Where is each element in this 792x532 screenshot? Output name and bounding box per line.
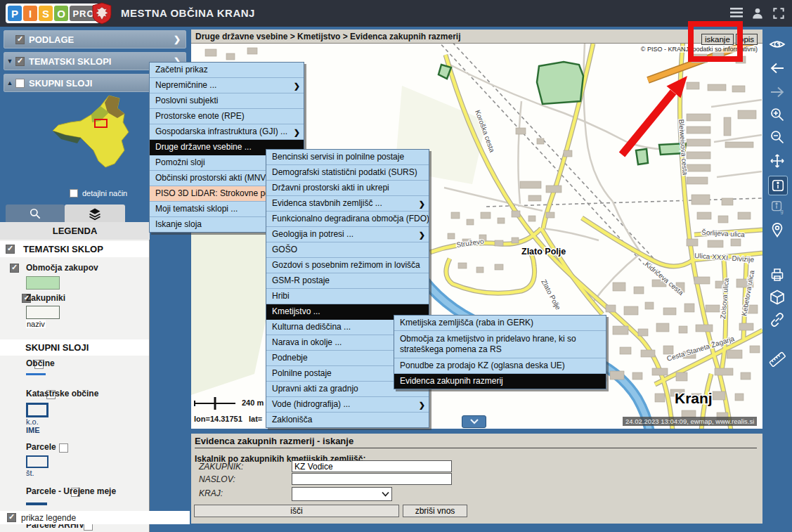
- menu-item[interactable]: Funkcionalno degradirana območja (FDO): [266, 212, 429, 227]
- layer-label: Parcele: [26, 442, 56, 452]
- map-copyright: © PISO - KRANJ (podatki so informativni): [640, 46, 759, 53]
- menu-item[interactable]: Gozdovi s posebnim režimom in lovišča: [266, 258, 429, 273]
- menu-item[interactable]: Vode (hidrografija) ...❯: [266, 397, 429, 413]
- measure-ruler-icon[interactable]: [768, 350, 786, 368]
- navy-line-swatch: [26, 502, 47, 505]
- detail-mode-checkbox[interactable]: [70, 189, 78, 197]
- fullscreen-icon[interactable]: [772, 6, 786, 23]
- menu-item[interactable]: Bencinski servisi in polnilne postaje: [266, 150, 429, 165]
- show-legend-row: prikaz legende: [0, 511, 190, 524]
- zakupnik-label: ZAKUPNIK:: [199, 462, 243, 472]
- view-3d-cube-icon[interactable]: [768, 288, 786, 306]
- submenu-arrow-icon: ❯: [294, 80, 300, 92]
- layer-label: Zakupniki: [26, 293, 65, 303]
- zoom-out-icon[interactable]: [768, 128, 786, 146]
- kraj-label: KRAJ:: [199, 488, 223, 498]
- submenu-arrow-icon: ❯: [419, 399, 425, 411]
- forward-arrow-icon[interactable]: [768, 83, 786, 101]
- menu-item-evidenca-active[interactable]: Evidenca zakupnih razmerij: [394, 374, 606, 389]
- green-area-swatch: [26, 276, 60, 290]
- menu-item[interactable]: GSM-R postaje: [266, 273, 429, 289]
- navy-rect-swatch: [26, 455, 48, 468]
- logo-letter: P: [8, 6, 22, 21]
- iskanje-button[interactable]: iskanje: [701, 34, 734, 45]
- obmocja-zakupov-checkbox[interactable]: [10, 264, 19, 273]
- collapse-triangle-icon: ▼: [4, 58, 15, 65]
- scale-label: 240 m: [242, 398, 264, 407]
- zakupnik-input[interactable]: [292, 460, 452, 472]
- skupni-checkbox[interactable]: [15, 79, 25, 88]
- tematski-sklop-checkbox[interactable]: [6, 245, 15, 254]
- swatch-sublabel: naziv: [26, 320, 46, 328]
- sidebar-section-podlage[interactable]: PODLAGE ❯: [4, 30, 186, 48]
- outline-area-swatch: [26, 306, 60, 319]
- expand-arrow-icon: ❯: [174, 34, 181, 44]
- eye-overview-icon[interactable]: [768, 35, 786, 53]
- menu-hamburger-icon[interactable]: [729, 6, 744, 22]
- menu-item[interactable]: Nepremičnine ...❯: [150, 78, 304, 93]
- podlage-checkbox[interactable]: [15, 35, 25, 44]
- layers-icon: [88, 207, 102, 221]
- legend-group-label: SKUPNI SLOJI: [25, 342, 89, 353]
- swatch-sublabel: k.o.: [26, 417, 39, 426]
- tematski-checkbox[interactable]: [15, 57, 25, 66]
- menu-item[interactable]: Ponudbe za prodajo KZ (oglasna deska UE): [394, 358, 606, 374]
- submenu-arrow-icon: ❯: [419, 198, 425, 210]
- menu-item[interactable]: Območja za kmetijstvo in pridelavo hrane…: [394, 331, 606, 358]
- collapse-triangle-icon: ▲: [4, 79, 15, 86]
- naslov-input[interactable]: [292, 473, 452, 485]
- layer-label: Občine: [26, 358, 55, 368]
- menu-item[interactable]: Gospodarska infrastruktura (GJI) ...❯: [150, 124, 304, 140]
- menu-item[interactable]: Kmetijska zemljišča (raba in GERK): [394, 316, 606, 331]
- overview-map[interactable]: [39, 93, 148, 174]
- legend-panel: TEMATSKI SKLOP Območja zakupov Zakupniki…: [0, 240, 150, 532]
- tab-layers-active[interactable]: [65, 205, 125, 222]
- info-tool-icon[interactable]: [768, 176, 788, 195]
- parcele-checkbox[interactable]: [59, 443, 68, 453]
- piso-logo[interactable]: P I S O PRO: [6, 4, 100, 23]
- menu-item[interactable]: Evidenca stavbnih zemljišč ...❯: [266, 196, 429, 212]
- layer-label: Parcele - Urejene meje: [26, 486, 116, 496]
- menu-item[interactable]: Začetni prikaz: [150, 63, 304, 78]
- top-bar: P I S O PRO MESTNA OBČINA KRANJ: [0, 0, 792, 27]
- show-legend-label: prikaz legende: [21, 513, 76, 523]
- map-datetime-bar: 24.02.2023 13:04:09, ewmap, www.realis.s…: [623, 417, 757, 426]
- print-icon[interactable]: [768, 266, 786, 284]
- menu-item[interactable]: Geologija in potresi ...❯: [266, 227, 429, 242]
- menu-item[interactable]: Prostorske enote (RPE): [150, 109, 304, 124]
- menu-item[interactable]: Zaklonišča: [266, 413, 429, 427]
- menu-item[interactable]: Poslovni subjekti: [150, 93, 304, 109]
- locate-pin-icon[interactable]: [768, 221, 786, 239]
- submenu-arrow-icon: ❯: [419, 229, 425, 241]
- blue-line-swatch: [26, 373, 46, 375]
- navy-rect-swatch: [26, 403, 48, 417]
- back-arrow-icon[interactable]: [768, 59, 786, 77]
- search-button[interactable]: išči: [194, 505, 399, 517]
- logo-letter: S: [39, 6, 53, 21]
- tab-search[interactable]: [6, 205, 65, 222]
- detail-mode-row: detajlni način: [70, 189, 127, 197]
- menu-item[interactable]: Demografski statistični podatki (SURS): [266, 165, 429, 181]
- pan-icon[interactable]: [768, 152, 786, 170]
- search-icon: [28, 207, 42, 221]
- info-secondary-icon[interactable]: g: [768, 198, 786, 216]
- map-tools-toolbar: g: [762, 27, 792, 532]
- legend-group-skupni: SKUPNI SLOJI: [0, 339, 150, 356]
- menu-item[interactable]: Državni prostorski akti in ukrepi: [266, 181, 429, 196]
- svg-text:g: g: [781, 208, 784, 214]
- zoom-in-icon[interactable]: [768, 105, 786, 124]
- detail-mode-label: detajlni način: [82, 189, 127, 197]
- clear-button[interactable]: zbriši vnos: [403, 505, 467, 517]
- show-legend-checkbox[interactable]: [7, 513, 16, 522]
- legend-group-label: TEMATSKI SKLOP: [23, 244, 103, 254]
- menu-item[interactable]: GOŠO: [266, 242, 429, 258]
- user-account-icon[interactable]: [751, 6, 765, 23]
- menu-item[interactable]: Hribi: [266, 289, 429, 304]
- opis-button[interactable]: opis: [736, 34, 758, 45]
- kraj-select[interactable]: [292, 487, 392, 501]
- kmetijstvo-submenu: Kmetijska zemljišča (raba in GERK) Območ…: [394, 315, 606, 389]
- layer-label: Območja zakupov: [26, 263, 98, 273]
- collapse-map-panel-button[interactable]: [462, 415, 486, 428]
- share-link-icon[interactable]: [768, 311, 786, 329]
- place-label-kranj: Kranj: [675, 390, 713, 406]
